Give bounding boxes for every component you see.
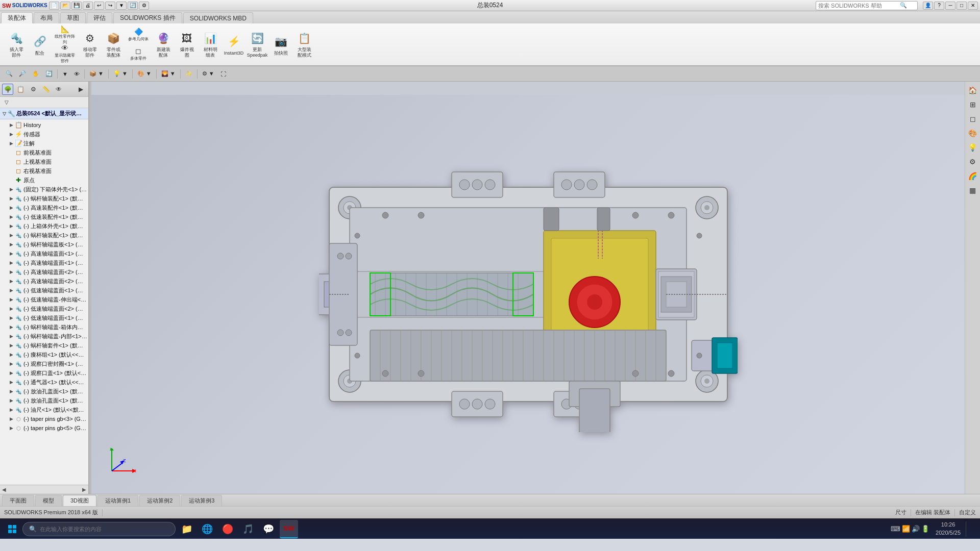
tree-item-part24[interactable]: ▶ 🔩 (-) 放油孔盖面<1> (默认<<默认_显示状 xyxy=(0,396,88,405)
p4-expand[interactable]: ▶ xyxy=(8,214,14,220)
p17-expand[interactable]: ▶ xyxy=(8,333,14,339)
tree-item-part23[interactable]: ▶ 🔩 (-) 放油孔盖面<1> (默认<<默认_显示状 xyxy=(0,387,88,396)
maximize-btn[interactable]: □ xyxy=(957,2,967,10)
btab-motion1[interactable]: 运动算例1 xyxy=(97,495,138,506)
tree-item-part5[interactable]: ▶ 🔩 (-) 上箱体外壳<1> (默认<<默认_显示状 xyxy=(0,221,88,231)
tree-item-part26[interactable]: ▶ ⬡ (-) taper pins gb<3> (GB_CC xyxy=(0,414,88,423)
tree-item-part16[interactable]: ▶ 🔩 (-) 蜗杆轴端盖-箱体内部<1> (默认<< xyxy=(0,322,88,332)
zoom-select-btn[interactable]: 🔎 xyxy=(16,68,29,80)
appearance-btn[interactable]: 🎨 ▼ xyxy=(135,68,154,80)
btab-2d[interactable]: 平面图 xyxy=(2,495,34,506)
taskbar-search-input[interactable] xyxy=(40,526,142,532)
display-style-btn[interactable]: 📦 ▼ xyxy=(87,68,106,80)
feature-manager-btn[interactable]: 🌳 xyxy=(2,84,13,95)
tab-assembly[interactable]: 装配体 xyxy=(1,12,33,23)
btab-3d1[interactable]: 3D视图 xyxy=(63,495,96,506)
tab-layout[interactable]: 布局 xyxy=(34,12,59,23)
viewport[interactable]: X Y Z 🏠 ⊞ ◻ 🎨 💡 ⚙ 🌈 ▦ xyxy=(91,82,980,494)
minimize-btn[interactable]: ─ xyxy=(945,2,955,10)
save-btn[interactable]: 💾 xyxy=(71,2,82,10)
btab-motion2[interactable]: 运动算例2 xyxy=(139,495,180,506)
scene-btn[interactable]: 🌄 ▼ xyxy=(159,68,178,80)
p13-expand[interactable]: ▶ xyxy=(8,296,14,303)
show-desktop-btn[interactable] xyxy=(966,521,976,537)
p16-expand[interactable]: ▶ xyxy=(8,324,14,330)
rpanel-appear[interactable]: 🌈 xyxy=(966,169,979,183)
smart-fasteners-btn[interactable]: 📦 零件或装配体 xyxy=(102,29,125,60)
lighting-btn[interactable]: 💡 ▼ xyxy=(111,68,130,80)
tree-item-part6[interactable]: ▶ 🔩 (-) 蜗杆轴装配<1> (默认<<默认_显示状 xyxy=(0,231,88,240)
taskbar-explorer[interactable]: 📁 xyxy=(178,520,196,538)
tree-item-part14[interactable]: ▶ 🔩 (-) 低速轴端盖面<2> (默认<<默认_显示 xyxy=(0,304,88,313)
tree-item-part15[interactable]: ▶ 🔩 (-) 低速轴端盖面<1> (默认<<默认_显示 xyxy=(0,313,88,322)
fullscreen-btn[interactable]: ⛶ xyxy=(218,68,229,80)
help-search[interactable]: 🔍 xyxy=(816,1,918,10)
tree-item-part13[interactable]: ▶ 🔩 (-) 低速轴端盖-伸出端<1> (默认<<默认 xyxy=(0,295,88,304)
p18-expand[interactable]: ▶ xyxy=(8,342,14,348)
p23-expand[interactable]: ▶ xyxy=(8,388,14,394)
taskbar-app4[interactable]: 🎵 xyxy=(239,520,257,538)
snapshot-btn[interactable]: 📷 拍快照 xyxy=(270,29,292,60)
tree-item-top-plane[interactable]: ▶ ◻ 上视基准面 xyxy=(0,157,88,166)
tree-root-item[interactable]: ▽ 🔧 总装0524 <默认_显示状态-1> xyxy=(0,108,88,119)
p6-expand[interactable]: ▶ xyxy=(8,232,14,238)
tree-item-sensors[interactable]: ▶ ⚡ 传感器 xyxy=(0,130,88,139)
insert-part-btn[interactable]: 🔩 插入零部件 xyxy=(5,29,28,60)
tree-item-part25[interactable]: ▶ 🔩 (-) 油尺<1> (默认<<默认_显示状态>_显示 xyxy=(0,405,88,414)
p12-expand[interactable]: ▶ xyxy=(8,287,14,293)
tree-item-part22[interactable]: ▶ 🔩 (-) 通气器<1> (默认<<默认_显示状态>_ xyxy=(0,378,88,387)
tree-item-part17[interactable]: ▶ 🔩 (-) 蜗杆轴端盖-内部<1> (默认<<默认_ xyxy=(0,332,88,341)
help-search-input[interactable] xyxy=(818,3,900,9)
help-btn[interactable]: ? xyxy=(934,2,944,10)
pan-btn[interactable]: ✋ xyxy=(30,68,42,80)
new-btn[interactable]: 📄 xyxy=(49,2,59,10)
history-expand[interactable]: ▶ xyxy=(8,122,14,128)
tree-item-part4[interactable]: ▶ 🔩 (-) 低速装配件<1> (默认<<默认_显示状 xyxy=(0,212,88,221)
tree-item-part11[interactable]: ▶ 🔩 (-) 高速轴端盖面<2> (默认<<默认_显示 xyxy=(0,277,88,286)
rebuild-dropdown[interactable]: ▼ xyxy=(116,2,127,10)
undo-btn[interactable]: ↩ xyxy=(94,2,104,10)
hide-show-btn[interactable]: 👁 显示隐藏零部件 xyxy=(52,47,78,61)
tree-item-right-plane[interactable]: ▶ ◻ 右视基准面 xyxy=(0,166,88,176)
p14-expand[interactable]: ▶ xyxy=(8,306,14,312)
tree-item-part21[interactable]: ▶ 🔩 (-) 观察口盖<1> (默认<<默认_显示状态> xyxy=(0,368,88,378)
p22-expand[interactable]: ▶ xyxy=(8,379,14,385)
taskbar-sw-active[interactable]: SW xyxy=(280,520,298,538)
filter-btn[interactable]: ▼ xyxy=(60,68,70,80)
tree-item-part10[interactable]: ▶ 🔩 (-) 高速轴端盖面<2> (默认<<默认_显示 xyxy=(0,267,88,277)
p1-expand[interactable]: ▶ xyxy=(8,186,14,192)
large-asm-btn[interactable]: 📋 大型装配模式 xyxy=(293,29,315,60)
tab-evaluate[interactable]: 评估 xyxy=(87,12,112,23)
speedpak-btn[interactable]: 🔄 更新Speedpak xyxy=(246,29,268,60)
tab-sketch[interactable]: 草图 xyxy=(60,12,86,23)
dim-expert-btn[interactable]: 📏 xyxy=(40,84,52,95)
p25-expand[interactable]: ▶ xyxy=(8,407,14,413)
tree-item-part2[interactable]: ▶ 🔩 (-) 蜗杆轴装配<1> (默认<默认_显示状态 xyxy=(0,194,88,203)
notes-expand[interactable]: ▶ xyxy=(8,140,14,146)
move-component-btn[interactable]: ⚙ 移动零部件 xyxy=(79,29,101,60)
rotate-btn[interactable]: 🔄 xyxy=(43,68,55,80)
tree-item-part19[interactable]: ▶ 🔩 (-) 痩杯组<1> (默认<<默认_显示状态-1> xyxy=(0,350,88,359)
tree-item-part18[interactable]: ▶ 🔩 (-) 蜗杆轴套件<1> (默认<<默认_显示状 xyxy=(0,341,88,350)
taskbar-search[interactable]: 🔍 xyxy=(22,522,176,536)
explode-view-btn[interactable]: 🖼 爆炸视图 xyxy=(176,29,198,60)
sensors-expand[interactable]: ▶ xyxy=(8,131,14,137)
p19-expand[interactable]: ▶ xyxy=(8,352,14,358)
notification-icons[interactable]: ⌨ 📶 🔊 🔋 xyxy=(889,525,932,533)
display-manager-btn[interactable]: 👁 xyxy=(53,84,64,95)
tree-item-part1[interactable]: ▶ 🔩 (固定) 下箱体外壳<1> (默认<<默认_显示 xyxy=(0,185,88,194)
print-btn[interactable]: 🖨 xyxy=(83,2,93,10)
system-clock[interactable]: 10:26 2020/5/25 xyxy=(934,520,963,538)
instant3d-btn[interactable]: ⚡ Instant3D xyxy=(223,29,245,60)
taskbar-edge[interactable]: 🌐 xyxy=(198,520,216,538)
tree-item-part8[interactable]: ▶ 🔩 (-) 高速轴端盖面<1> (默认<<默认_显示 xyxy=(0,249,88,258)
tree-item-part20[interactable]: ▶ 🔩 (-) 观察口密封圈<1> (默认<<默认_显示 xyxy=(0,359,88,368)
tree-filter-icon[interactable]: ▽ xyxy=(2,98,11,107)
p3-expand[interactable]: ▶ xyxy=(8,205,14,211)
rpanel-home[interactable]: 🏠 xyxy=(966,84,979,97)
property-manager-btn[interactable]: 📋 xyxy=(15,84,26,95)
options-btn[interactable]: ⚙ xyxy=(139,2,149,10)
rpanel-lights[interactable]: 💡 xyxy=(966,141,979,154)
taskbar-wechat[interactable]: 💬 xyxy=(259,520,278,538)
tree-item-origin[interactable]: ▶ ✚ 原点 xyxy=(0,176,88,185)
